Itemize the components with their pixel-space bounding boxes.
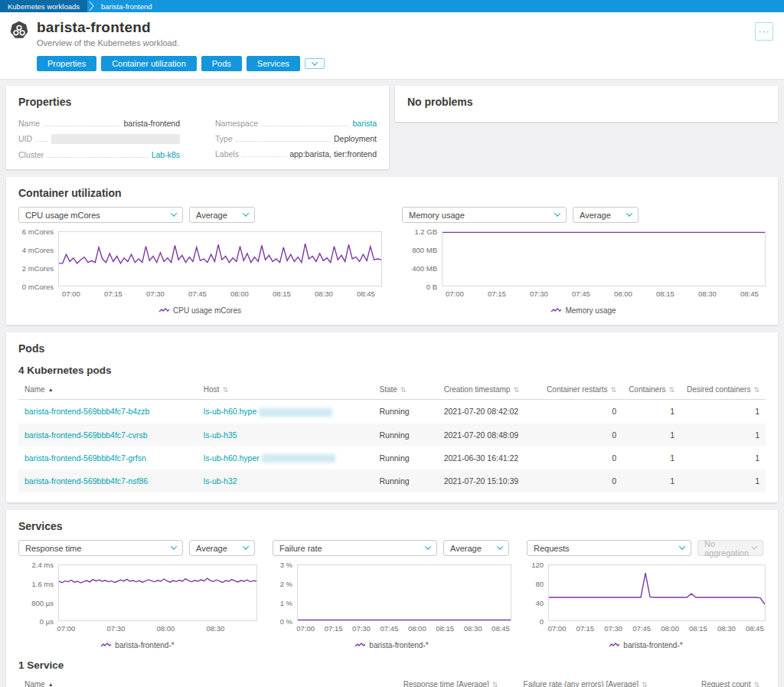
property-uid: UID: [18, 134, 180, 144]
services-table: Name Response time [Average] Failure rat…: [18, 676, 766, 687]
page-subtitle: Overview of the Kubernetes workload.: [37, 38, 179, 47]
pod-restarts: 0: [541, 400, 622, 424]
line-legend-icon: [551, 308, 561, 313]
chevron-down-icon: [425, 543, 431, 549]
failure-rate-metric-select[interactable]: Failure rate: [273, 540, 437, 556]
pod-table-row: barista-frontend-569bbb4fc7-grfsn ls-ub-…: [18, 447, 766, 470]
column-header-service-name[interactable]: Name: [18, 676, 354, 687]
cpu-chart-legend: CPU usage mCores: [18, 306, 382, 315]
memory-chart-x-axis: 07:0007:1507:3007:4508:0008:1508:3008:45: [442, 290, 766, 299]
page-header: barista-frontend Overview of the Kuberne…: [0, 12, 784, 80]
pod-name-link[interactable]: barista-frontend-569bbb4fc7-grfsn: [18, 447, 198, 470]
nav-button-properties[interactable]: Properties: [37, 56, 96, 71]
pod-table-row: barista-frontend-569bbb4fc7-b4zzb ls-ub-…: [18, 400, 766, 424]
more-actions-button[interactable]: ···: [755, 22, 773, 41]
nav-more-dropdown-button[interactable]: [305, 58, 325, 69]
column-header-creation-timestamp[interactable]: Creation timestamp: [438, 381, 541, 400]
column-header-desired-containers[interactable]: Desired containers: [681, 381, 766, 400]
sort-icon: [639, 680, 648, 687]
pod-created: 2021-07-20 08:48:09: [438, 424, 541, 447]
breadcrumb-item-barista-frontend[interactable]: barista-frontend: [95, 0, 158, 12]
pod-created: 2021-07-20 08:42:02: [438, 400, 541, 424]
pod-host-link[interactable]: ls-ub-h60.hype: [198, 400, 374, 424]
column-header-containers[interactable]: Containers: [622, 381, 681, 400]
response-time-line-chart: [59, 565, 256, 620]
namespace-link[interactable]: barista: [352, 119, 377, 128]
redacted-host-segment: [262, 454, 335, 463]
pod-name-link[interactable]: barista-frontend-569bbb4fc7-b4zzb: [18, 400, 198, 424]
memory-metric-select[interactable]: Memory usage: [402, 207, 567, 223]
pod-host-link[interactable]: ls-ub-h35: [198, 424, 374, 447]
failure-rate-plot: [297, 564, 511, 621]
pod-host-link[interactable]: ls-ub-h60.hyper: [198, 447, 374, 470]
problems-card: No problems: [395, 86, 778, 122]
sort-icon: [397, 385, 407, 394]
redacted-uid-value: [51, 134, 180, 144]
line-legend-icon: [101, 643, 111, 648]
chevron-down-icon: [679, 543, 685, 549]
chevron-down-icon: [243, 210, 249, 216]
requests-plot: [548, 564, 766, 621]
breadcrumb-item-kubernetes-workloads[interactable]: Kubernetes workloads: [0, 0, 87, 12]
column-header-host[interactable]: Host: [198, 381, 374, 400]
sort-icon: [608, 385, 617, 394]
section-nav: Properties Container utilization Pods Se…: [37, 56, 775, 71]
memory-chart-panel: Memory usage Average 1.2 GB800 MB400 MB0…: [402, 207, 766, 315]
memory-usage-line-chart: [443, 232, 765, 286]
nav-button-pods[interactable]: Pods: [201, 56, 242, 71]
requests-line-chart: [549, 565, 765, 620]
pod-name-link[interactable]: barista-frontend-569bbb4fc7-nsf86: [18, 469, 198, 492]
nav-button-services[interactable]: Services: [247, 56, 300, 71]
response-time-chart-panel: Response time Average 2.4 ms1.6 ms800 µs…: [18, 540, 257, 649]
line-legend-icon: [609, 643, 619, 648]
column-header-response-time[interactable]: Response time [Average]: [354, 676, 504, 687]
column-header-request-count[interactable]: Request count: [654, 676, 766, 687]
column-header-name[interactable]: Name: [18, 381, 198, 400]
column-header-failure-rate[interactable]: Failure rate (any errors) [Average]: [504, 676, 653, 687]
container-utilization-card: Container utilization CPU usage mCores A…: [6, 177, 778, 325]
response-time-aggregation-select[interactable]: Average: [189, 540, 255, 556]
property-name: Name barista-frontend: [18, 119, 180, 128]
sort-ascending-icon: [45, 680, 54, 687]
pod-name-link[interactable]: barista-frontend-569bbb4fc7-cvrsb: [18, 424, 198, 447]
failure-rate-chart-panel: Failure rate Average 3 %2 %1 %0 % 07:: [273, 540, 511, 649]
column-header-container-restarts[interactable]: Container restarts: [541, 381, 622, 400]
property-type: Type Deployment: [215, 134, 377, 143]
cpu-chart-x-axis: 07:0007:1507:3007:4508:0008:1508:3008:45: [58, 290, 382, 299]
pod-table-row: barista-frontend-569bbb4fc7-nsf86 ls-ub-…: [18, 469, 766, 492]
container-utilization-title: Container utilization: [18, 187, 766, 199]
services-card: Services Response time Average 2.4 ms1.6…: [6, 510, 778, 687]
failure-rate-y-axis: 3 %2 %1 %0 %: [273, 564, 292, 621]
cpu-aggregation-select[interactable]: Average: [189, 207, 255, 223]
breadcrumb: Kubernetes workloads barista-frontend: [0, 0, 784, 12]
pod-created: 2021-07-20 15:10:39: [438, 469, 541, 492]
pod-restarts: 0: [541, 469, 622, 492]
cpu-chart-plot: [58, 231, 382, 286]
pod-state: Running: [374, 469, 438, 492]
chevron-down-icon: [312, 59, 318, 65]
pod-desired-containers: 1: [681, 400, 766, 424]
pod-restarts: 0: [541, 424, 622, 447]
kubernetes-workload-icon: [9, 21, 29, 44]
requests-legend: barista-frontend-*: [527, 641, 766, 649]
response-time-metric-select[interactable]: Response time: [18, 540, 183, 556]
pod-state: Running: [374, 447, 438, 470]
redacted-host-segment: [259, 408, 332, 417]
cluster-link[interactable]: Lab-k8s: [152, 150, 180, 159]
cpu-metric-select[interactable]: CPU usage mCores: [18, 207, 183, 223]
pods-count-heading: 4 Kubernetes pods: [18, 365, 766, 376]
column-header-state[interactable]: State: [374, 381, 438, 400]
memory-aggregation-select[interactable]: Average: [573, 207, 639, 223]
failure-rate-aggregation-select[interactable]: Average: [443, 540, 509, 556]
nav-button-container-utilization[interactable]: Container utilization: [101, 56, 197, 71]
response-time-plot: [58, 564, 257, 621]
property-namespace: Namespace barista: [215, 119, 377, 128]
requests-y-axis: 12080400: [527, 564, 544, 621]
requests-metric-select[interactable]: Requests: [527, 540, 691, 556]
failure-rate-x-axis: 07:0007:1507:3007:4508:0008:1508:3008:45: [297, 624, 511, 634]
pod-host-link[interactable]: ls-ub-h32: [198, 469, 374, 492]
sort-icon: [666, 385, 675, 394]
pod-containers: 1: [622, 469, 681, 492]
chevron-down-icon: [243, 543, 249, 549]
pod-restarts: 0: [541, 447, 622, 470]
